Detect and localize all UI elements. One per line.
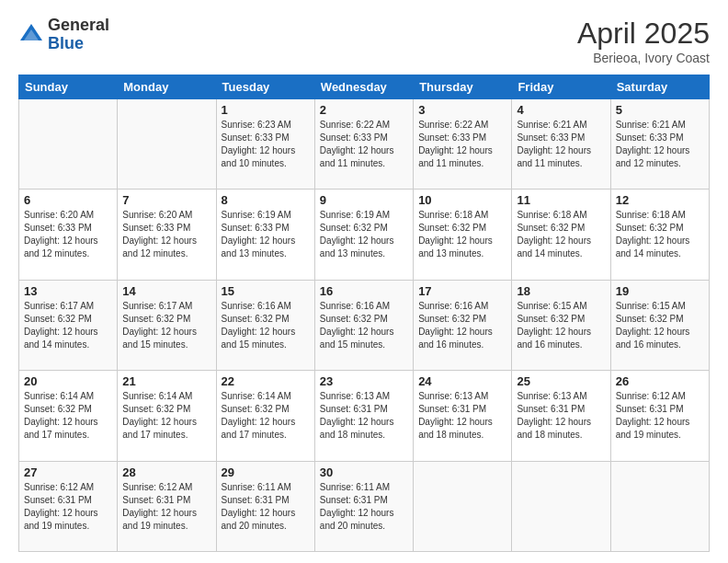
day-number: 30 <box>320 465 408 479</box>
logo-general: General <box>48 17 109 35</box>
calendar-cell: 1Sunrise: 6:23 AM Sunset: 6:33 PM Daylig… <box>216 99 314 190</box>
calendar-cell: 30Sunrise: 6:11 AM Sunset: 6:31 PM Dayli… <box>314 461 413 551</box>
day-info: Sunrise: 6:23 AM Sunset: 6:33 PM Dayligh… <box>222 119 310 170</box>
day-number: 8 <box>222 193 310 207</box>
day-number: 14 <box>122 284 210 298</box>
day-info: Sunrise: 6:17 AM Sunset: 6:32 PM Dayligh… <box>24 300 112 351</box>
week-row-5: 27Sunrise: 6:12 AM Sunset: 6:31 PM Dayli… <box>19 461 710 551</box>
day-number: 6 <box>24 193 112 207</box>
day-info: Sunrise: 6:21 AM Sunset: 6:33 PM Dayligh… <box>616 119 704 170</box>
calendar-cell: 6Sunrise: 6:20 AM Sunset: 6:33 PM Daylig… <box>19 190 118 280</box>
calendar-cell: 19Sunrise: 6:15 AM Sunset: 6:32 PM Dayli… <box>610 280 709 370</box>
logo-text: General Blue <box>48 17 109 53</box>
day-info: Sunrise: 6:11 AM Sunset: 6:31 PM Dayligh… <box>222 481 310 533</box>
day-header-friday: Friday <box>512 75 610 99</box>
calendar-cell: 16Sunrise: 6:16 AM Sunset: 6:32 PM Dayli… <box>314 280 413 370</box>
day-number: 15 <box>222 284 310 298</box>
day-header-wednesday: Wednesday <box>314 75 413 99</box>
day-info: Sunrise: 6:12 AM Sunset: 6:31 PM Dayligh… <box>122 481 210 533</box>
day-number: 20 <box>24 374 112 388</box>
calendar-cell: 21Sunrise: 6:14 AM Sunset: 6:32 PM Dayli… <box>118 371 216 461</box>
calendar-cell: 22Sunrise: 6:14 AM Sunset: 6:32 PM Dayli… <box>216 371 314 461</box>
day-number: 16 <box>320 284 408 298</box>
day-info: Sunrise: 6:19 AM Sunset: 6:33 PM Dayligh… <box>222 209 310 260</box>
day-info: Sunrise: 6:13 AM Sunset: 6:31 PM Dayligh… <box>418 390 506 442</box>
calendar-cell: 5Sunrise: 6:21 AM Sunset: 6:33 PM Daylig… <box>610 99 709 190</box>
calendar-cell: 26Sunrise: 6:12 AM Sunset: 6:31 PM Dayli… <box>610 371 709 461</box>
day-info: Sunrise: 6:18 AM Sunset: 6:32 PM Dayligh… <box>418 209 506 260</box>
calendar-cell <box>414 461 512 551</box>
day-number: 12 <box>616 193 704 207</box>
location: Berieoa, Ivory Coast <box>577 51 710 65</box>
page: General Blue April 2025 Berieoa, Ivory C… <box>0 0 728 563</box>
day-info: Sunrise: 6:15 AM Sunset: 6:32 PM Dayligh… <box>517 300 605 351</box>
calendar-cell: 27Sunrise: 6:12 AM Sunset: 6:31 PM Dayli… <box>19 461 118 551</box>
logo: General Blue <box>18 17 109 53</box>
calendar-cell <box>610 461 709 551</box>
day-info: Sunrise: 6:13 AM Sunset: 6:31 PM Dayligh… <box>320 390 408 442</box>
day-info: Sunrise: 6:22 AM Sunset: 6:33 PM Dayligh… <box>320 119 408 170</box>
day-info: Sunrise: 6:22 AM Sunset: 6:33 PM Dayligh… <box>418 119 506 170</box>
day-header-monday: Monday <box>118 75 216 99</box>
calendar-cell: 18Sunrise: 6:15 AM Sunset: 6:32 PM Dayli… <box>512 280 610 370</box>
calendar-cell: 14Sunrise: 6:17 AM Sunset: 6:32 PM Dayli… <box>118 280 216 370</box>
calendar-cell: 9Sunrise: 6:19 AM Sunset: 6:32 PM Daylig… <box>314 190 413 280</box>
day-number: 17 <box>418 284 506 298</box>
calendar-cell: 4Sunrise: 6:21 AM Sunset: 6:33 PM Daylig… <box>512 99 610 190</box>
day-info: Sunrise: 6:14 AM Sunset: 6:32 PM Dayligh… <box>24 390 112 442</box>
day-number: 5 <box>616 103 704 117</box>
day-header-saturday: Saturday <box>610 75 709 99</box>
day-info: Sunrise: 6:16 AM Sunset: 6:32 PM Dayligh… <box>418 300 506 351</box>
month-title: April 2025 <box>577 17 710 51</box>
calendar-cell <box>118 99 216 190</box>
header: General Blue April 2025 Berieoa, Ivory C… <box>18 17 710 65</box>
day-header-tuesday: Tuesday <box>216 75 314 99</box>
day-info: Sunrise: 6:18 AM Sunset: 6:32 PM Dayligh… <box>517 209 605 260</box>
day-number: 27 <box>24 465 112 479</box>
calendar-cell: 3Sunrise: 6:22 AM Sunset: 6:33 PM Daylig… <box>414 99 512 190</box>
calendar-header-row: SundayMondayTuesdayWednesdayThursdayFrid… <box>19 75 710 99</box>
day-number: 21 <box>122 374 210 388</box>
calendar-cell: 20Sunrise: 6:14 AM Sunset: 6:32 PM Dayli… <box>19 371 118 461</box>
day-info: Sunrise: 6:20 AM Sunset: 6:33 PM Dayligh… <box>122 209 210 260</box>
title-block: April 2025 Berieoa, Ivory Coast <box>577 17 710 65</box>
calendar-cell <box>19 99 118 190</box>
day-number: 2 <box>320 103 408 117</box>
calendar-cell: 8Sunrise: 6:19 AM Sunset: 6:33 PM Daylig… <box>216 190 314 280</box>
day-number: 28 <box>122 465 210 479</box>
calendar-cell: 23Sunrise: 6:13 AM Sunset: 6:31 PM Dayli… <box>314 371 413 461</box>
day-info: Sunrise: 6:13 AM Sunset: 6:31 PM Dayligh… <box>517 390 605 442</box>
day-number: 9 <box>320 193 408 207</box>
week-row-2: 6Sunrise: 6:20 AM Sunset: 6:33 PM Daylig… <box>19 190 710 280</box>
day-number: 25 <box>517 374 605 388</box>
day-number: 18 <box>517 284 605 298</box>
calendar-cell: 11Sunrise: 6:18 AM Sunset: 6:32 PM Dayli… <box>512 190 610 280</box>
calendar-cell: 25Sunrise: 6:13 AM Sunset: 6:31 PM Dayli… <box>512 371 610 461</box>
logo-icon <box>18 22 44 48</box>
calendar-cell: 12Sunrise: 6:18 AM Sunset: 6:32 PM Dayli… <box>610 190 709 280</box>
calendar-cell: 24Sunrise: 6:13 AM Sunset: 6:31 PM Dayli… <box>414 371 512 461</box>
day-info: Sunrise: 6:19 AM Sunset: 6:32 PM Dayligh… <box>320 209 408 260</box>
day-number: 13 <box>24 284 112 298</box>
calendar-cell: 13Sunrise: 6:17 AM Sunset: 6:32 PM Dayli… <box>19 280 118 370</box>
day-info: Sunrise: 6:16 AM Sunset: 6:32 PM Dayligh… <box>222 300 310 351</box>
day-info: Sunrise: 6:20 AM Sunset: 6:33 PM Dayligh… <box>24 209 112 260</box>
day-number: 24 <box>418 374 506 388</box>
day-number: 11 <box>517 193 605 207</box>
day-info: Sunrise: 6:11 AM Sunset: 6:31 PM Dayligh… <box>320 481 408 533</box>
day-info: Sunrise: 6:21 AM Sunset: 6:33 PM Dayligh… <box>517 119 605 170</box>
calendar-cell: 7Sunrise: 6:20 AM Sunset: 6:33 PM Daylig… <box>118 190 216 280</box>
week-row-1: 1Sunrise: 6:23 AM Sunset: 6:33 PM Daylig… <box>19 99 710 190</box>
day-info: Sunrise: 6:17 AM Sunset: 6:32 PM Dayligh… <box>122 300 210 351</box>
day-number: 29 <box>222 465 310 479</box>
calendar-cell <box>512 461 610 551</box>
day-info: Sunrise: 6:15 AM Sunset: 6:32 PM Dayligh… <box>616 300 704 351</box>
calendar-cell: 15Sunrise: 6:16 AM Sunset: 6:32 PM Dayli… <box>216 280 314 370</box>
day-info: Sunrise: 6:12 AM Sunset: 6:31 PM Dayligh… <box>616 390 704 442</box>
day-number: 26 <box>616 374 704 388</box>
day-info: Sunrise: 6:18 AM Sunset: 6:32 PM Dayligh… <box>616 209 704 260</box>
day-number: 23 <box>320 374 408 388</box>
day-number: 7 <box>122 193 210 207</box>
calendar-cell: 10Sunrise: 6:18 AM Sunset: 6:32 PM Dayli… <box>414 190 512 280</box>
day-number: 22 <box>222 374 310 388</box>
